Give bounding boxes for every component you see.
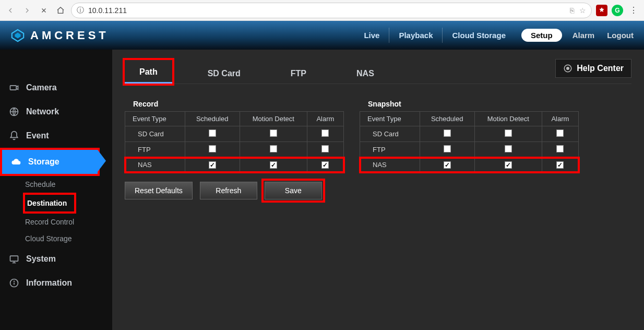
snapshot-checkbox-alarm[interactable]: [556, 129, 564, 137]
system-icon: [8, 253, 20, 265]
record-row-name: SD Card: [125, 126, 185, 142]
sidebar-item-camera[interactable]: Camera: [0, 76, 112, 100]
record-cell: [185, 126, 240, 142]
reset-defaults-button[interactable]: Reset Defaults: [125, 182, 193, 199]
sidebar-sub-cloud-storage[interactable]: Cloud Storage: [25, 230, 112, 247]
th-event-type: Event Type: [360, 112, 420, 126]
sidebar-item-storage[interactable]: Storage: [2, 150, 98, 174]
snapshot-cell: [420, 126, 474, 142]
tab-ftp[interactable]: FTP: [276, 62, 321, 84]
help-center-button[interactable]: Help Center: [555, 59, 631, 78]
th-scheduled: Scheduled: [185, 112, 240, 126]
nav-live[interactable]: Live: [354, 28, 389, 43]
grammarly-extension-icon[interactable]: G: [612, 5, 623, 16]
top-nav: Live Playback Cloud Storage Setup Alarm …: [354, 28, 634, 43]
tab-nas[interactable]: NAS: [342, 62, 389, 84]
snapshot-checkbox-motion[interactable]: [505, 161, 512, 169]
snapshot-row-name: SD Card: [360, 126, 420, 142]
snapshot-panel: Snapshot Event Type Scheduled Motion Det…: [360, 97, 579, 199]
record-cell: [185, 158, 240, 172]
sidebar-item-label: Camera: [26, 83, 57, 92]
nav-logout[interactable]: Logout: [607, 31, 634, 40]
tab-sd-card[interactable]: SD Card: [193, 62, 255, 84]
svg-rect-6: [10, 256, 18, 261]
nav-stop-button[interactable]: [38, 4, 50, 17]
snapshot-cell: [474, 158, 542, 172]
snapshot-checkbox-scheduled[interactable]: [444, 129, 451, 137]
record-checkbox-scheduled[interactable]: [209, 129, 216, 137]
tab-path[interactable]: Path: [125, 60, 172, 84]
record-checkbox-alarm[interactable]: [321, 129, 329, 137]
sidebar-item-information[interactable]: Information: [0, 271, 112, 295]
th-scheduled: Scheduled: [420, 112, 474, 126]
record-row-name: FTP: [125, 142, 185, 158]
save-button[interactable]: Save: [265, 182, 322, 199]
nav-cloud-storage[interactable]: Cloud Storage: [442, 28, 515, 43]
record-checkbox-scheduled[interactable]: [209, 145, 216, 152]
site-info-icon[interactable]: ⓘ: [77, 6, 84, 15]
nav-alarm[interactable]: Alarm: [573, 31, 595, 40]
tab-pin-icon[interactable]: ⎘: [570, 6, 574, 15]
record-checkbox-motion[interactable]: [270, 145, 277, 152]
network-icon: [8, 106, 20, 117]
sidebar-storage-children: Schedule Destination Record Control Clou…: [0, 176, 112, 247]
adobe-pdf-extension-icon[interactable]: [596, 5, 607, 16]
record-checkbox-alarm[interactable]: [321, 161, 329, 169]
snapshot-cell: [474, 142, 542, 158]
th-motion: Motion Detect: [240, 112, 307, 126]
sidebar-item-label: System: [26, 254, 56, 264]
snapshot-cell: [542, 126, 578, 142]
snapshot-checkbox-alarm[interactable]: [556, 145, 564, 152]
refresh-button[interactable]: Refresh: [200, 182, 257, 199]
snapshot-checkbox-motion[interactable]: [505, 145, 512, 152]
sidebar-item-event[interactable]: Event: [0, 124, 112, 148]
snapshot-row: FTP: [360, 142, 579, 158]
sidebar-item-network[interactable]: Network: [0, 100, 112, 124]
url-text: 10.0.11.211: [88, 6, 127, 15]
snapshot-checkbox-scheduled[interactable]: [444, 161, 451, 169]
record-title: Record: [125, 97, 344, 111]
nav-playback[interactable]: Playback: [389, 28, 442, 43]
record-panel: Record Event Type Scheduled Motion Detec…: [125, 97, 344, 199]
nav-home-button[interactable]: [54, 4, 67, 17]
record-cell: [240, 158, 307, 172]
sidebar-sub-schedule[interactable]: Schedule: [25, 176, 112, 193]
camera-icon: [8, 82, 20, 93]
th-alarm: Alarm: [542, 112, 578, 126]
help-center-icon: [563, 64, 573, 73]
brand-text: AMCREST: [30, 29, 109, 42]
url-bar[interactable]: ⓘ 10.0.11.211 ⎘ ☆: [71, 3, 592, 18]
snapshot-checkbox-scheduled[interactable]: [444, 145, 451, 152]
browser-menu-button[interactable]: ⋮: [627, 4, 640, 17]
bookmark-star-icon[interactable]: ☆: [579, 6, 586, 15]
record-cell: [240, 126, 307, 142]
snapshot-table: Event Type Scheduled Motion Detect Alarm…: [360, 111, 579, 172]
snapshot-cell: [474, 126, 542, 142]
record-checkbox-alarm[interactable]: [321, 145, 329, 152]
record-row: FTP: [125, 142, 344, 158]
information-icon: [8, 277, 20, 289]
sidebar: Camera Network Event Storage Schedule De…: [0, 50, 112, 330]
record-cell: [185, 142, 240, 158]
sidebar-item-label: Storage: [28, 157, 59, 167]
nav-setup[interactable]: Setup: [521, 29, 562, 42]
record-checkbox-scheduled[interactable]: [209, 161, 216, 169]
record-checkbox-motion[interactable]: [270, 161, 277, 169]
snapshot-cell: [420, 142, 474, 158]
sidebar-item-system[interactable]: System: [0, 247, 112, 271]
snapshot-checkbox-alarm[interactable]: [556, 161, 564, 169]
amcrest-logo-icon: [10, 28, 25, 43]
svg-rect-4: [10, 86, 17, 90]
browser-toolbar: ⓘ 10.0.11.211 ⎘ ☆ G ⋮: [0, 0, 644, 21]
cloud-storage-icon: [10, 156, 22, 168]
sidebar-sub-record-control[interactable]: Record Control: [25, 214, 112, 230]
snapshot-row: SD Card: [360, 126, 579, 142]
sidebar-item-label: Network: [26, 107, 59, 116]
snapshot-cell: [542, 158, 578, 172]
record-checkbox-motion[interactable]: [270, 129, 277, 137]
snapshot-checkbox-motion[interactable]: [505, 129, 512, 137]
snapshot-title: Snapshot: [360, 97, 579, 111]
sidebar-item-label: Event: [26, 131, 49, 140]
sidebar-sub-destination[interactable]: Destination: [25, 195, 67, 211]
snapshot-cell: [420, 158, 474, 172]
